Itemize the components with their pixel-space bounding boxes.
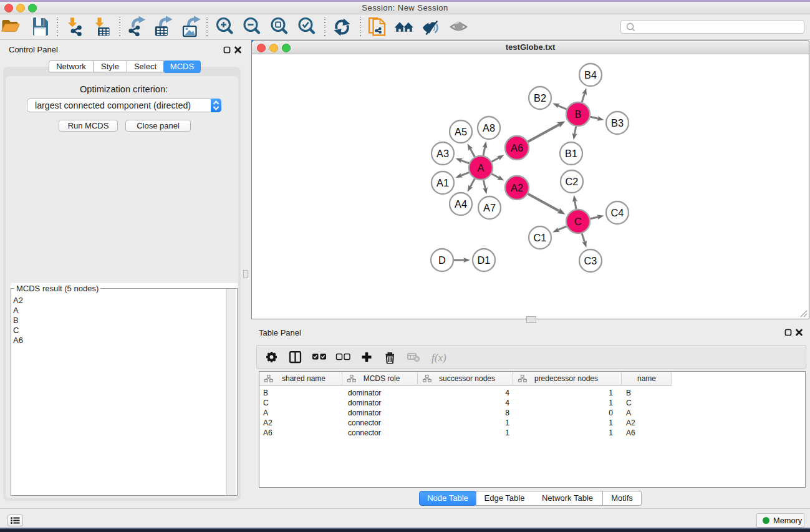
svg-text:A: A [478, 162, 485, 173]
svg-text:successor nodes: successor nodes [439, 374, 495, 383]
svg-text:C2: C2 [566, 176, 579, 187]
svg-text:C4: C4 [611, 207, 624, 218]
svg-text:A3: A3 [436, 148, 449, 159]
svg-text:A8: A8 [483, 122, 495, 133]
svg-text:A1: A1 [436, 177, 449, 188]
svg-text:A4: A4 [455, 198, 467, 210]
svg-text:MCDS role: MCDS role [364, 374, 400, 383]
svg-text:A2: A2 [511, 182, 523, 193]
svg-text:A6: A6 [511, 142, 523, 153]
svg-text:D1: D1 [478, 254, 491, 266]
svg-text:B2: B2 [534, 92, 546, 104]
svg-text:B3: B3 [611, 117, 624, 128]
svg-text:C: C [574, 216, 582, 227]
svg-text:f(x): f(x) [432, 352, 446, 364]
svg-text:B4: B4 [584, 69, 597, 80]
svg-text:C3: C3 [584, 255, 597, 266]
svg-text:A5: A5 [455, 126, 467, 137]
svg-text:D: D [438, 254, 446, 266]
svg-text:shared name: shared name [282, 374, 325, 383]
svg-text:A7: A7 [483, 202, 496, 213]
svg-text:name: name [637, 374, 656, 383]
svg-text:B: B [575, 109, 582, 120]
svg-text:predecessor nodes: predecessor nodes [534, 374, 598, 383]
svg-text:B1: B1 [565, 148, 577, 159]
svg-text:C1: C1 [534, 232, 547, 243]
